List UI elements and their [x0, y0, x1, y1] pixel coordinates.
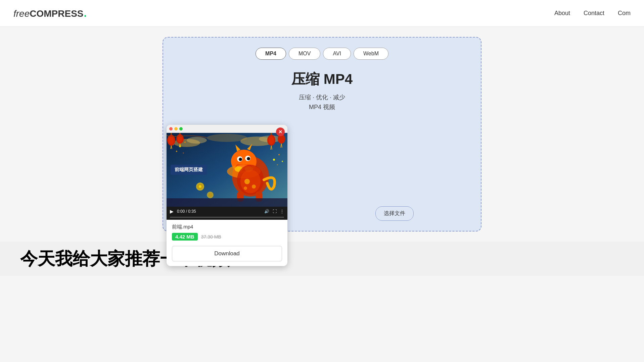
size-row: 4.42 MB 37.30 MB — [172, 233, 282, 241]
window-close-dot — [169, 127, 173, 131]
volume-button[interactable]: 🔊 — [264, 209, 269, 214]
page-title: 压缩 MP4 — [177, 70, 467, 89]
download-button[interactable]: Download — [172, 246, 282, 261]
svg-point-48 — [240, 170, 261, 193]
svg-rect-63 — [167, 198, 287, 207]
progress-track — [170, 217, 284, 218]
svg-point-39 — [248, 158, 250, 160]
svg-rect-20 — [179, 143, 181, 144]
nav-contact[interactable]: Contact — [584, 10, 604, 17]
filename: 前端.mp4 — [172, 224, 282, 230]
nav-com[interactable]: Com — [618, 10, 631, 17]
progress-bar[interactable] — [167, 216, 287, 220]
svg-point-52 — [252, 185, 256, 189]
compress-box: MP4 MOV AVI WebM 压缩 MP4 压缩 · 优化 · 减少 MP4… — [163, 37, 481, 231]
video-header-bar — [167, 125, 287, 133]
subtitle-line2: MP4 视频 — [177, 102, 467, 112]
svg-point-10 — [183, 153, 184, 154]
svg-point-25 — [269, 136, 274, 144]
svg-point-56 — [282, 161, 283, 162]
svg-point-60 — [199, 185, 201, 188]
svg-point-57 — [277, 164, 278, 165]
svg-point-7 — [184, 142, 186, 143]
size-old: 37.30 MB — [201, 234, 221, 240]
svg-point-38 — [240, 158, 242, 160]
video-label: 前端网页搭建 — [171, 165, 207, 175]
subtitle-bar: 今天我给大家推荐一个视频 — [0, 242, 644, 276]
svg-point-55 — [278, 154, 280, 155]
video-thumbnail: 前端网页搭建 — [167, 133, 287, 207]
select-file-button[interactable]: 选择文件 — [375, 206, 414, 221]
play-button[interactable]: ▶ — [170, 209, 174, 214]
svg-point-54 — [273, 159, 275, 161]
time-display: 0:00 / 0:35 — [177, 209, 261, 214]
select-file-area: 选择文件 — [375, 206, 414, 221]
svg-rect-14 — [170, 145, 173, 146]
more-options-button[interactable]: ⋮ — [280, 209, 284, 214]
svg-point-62 — [208, 193, 212, 197]
subtitle-text: 今天我给大家推荐一个视频 — [20, 248, 624, 269]
fullscreen-button[interactable]: ⛶ — [273, 209, 277, 214]
size-new: 4.42 MB — [172, 233, 198, 241]
logo-free: free — [13, 8, 30, 19]
logo-dot: . — [84, 7, 87, 19]
svg-point-13 — [169, 136, 174, 144]
logo-compress: COMPRESS — [30, 8, 83, 19]
svg-point-53 — [244, 187, 247, 190]
logo: free COMPRESS . — [13, 7, 87, 19]
subtitle-line1: 压缩 · 优化 · 减少 — [177, 93, 467, 102]
video-controls: ▶ 0:00 / 0:35 🔊 ⛶ ⋮ — [167, 207, 287, 216]
tab-webm[interactable]: WebM — [354, 48, 388, 60]
svg-point-2 — [187, 137, 207, 144]
svg-point-51 — [244, 179, 250, 184]
file-info: 前端.mp4 4.42 MB 37.30 MB — [167, 220, 287, 245]
nav: About Contact Com — [554, 10, 631, 17]
svg-point-8 — [176, 151, 177, 152]
tab-avi[interactable]: AVI — [323, 48, 351, 60]
title-area: 压缩 MP4 压缩 · 优化 · 减少 MP4 视频 — [177, 70, 467, 112]
header: free COMPRESS . About Contact Com — [0, 0, 644, 27]
window-maximize-dot — [179, 127, 183, 131]
svg-point-5 — [207, 134, 247, 142]
tab-mov[interactable]: MOV — [289, 48, 320, 60]
main-content: MP4 MOV AVI WebM 压缩 MP4 压缩 · 优化 · 减少 MP4… — [0, 27, 644, 242]
nav-about[interactable]: About — [554, 10, 570, 17]
window-minimize-dot — [174, 127, 178, 131]
result-card: ✕ — [167, 125, 287, 266]
close-button[interactable]: ✕ — [276, 127, 285, 136]
tab-mp4[interactable]: MP4 — [256, 48, 286, 60]
tab-bar: MP4 MOV AVI WebM — [177, 48, 467, 60]
